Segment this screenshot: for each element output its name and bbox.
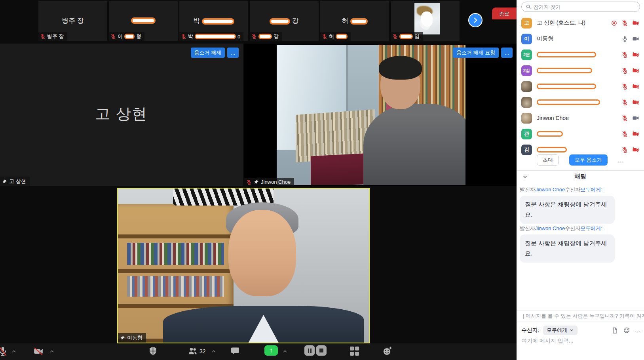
invite-button[interactable]: 초대 xyxy=(537,154,559,166)
filmstrip-tile[interactable]: 이 형 xyxy=(108,1,178,41)
audio-options-caret[interactable] xyxy=(11,349,17,354)
redaction-pill xyxy=(399,34,413,39)
participant-row[interactable] xyxy=(517,94,644,110)
chevron-right-icon xyxy=(472,17,479,24)
video-tile-host[interactable]: 고 상현 음소거 해제 ... 고 상현 xyxy=(0,44,243,186)
msg-sender[interactable]: Jinwon Choe xyxy=(535,187,565,192)
divider xyxy=(517,170,644,171)
pause-recording-button[interactable] xyxy=(304,345,315,356)
tile-center-name: 허 xyxy=(342,17,348,25)
mic-muted-icon xyxy=(621,99,628,106)
emoji-icon[interactable] xyxy=(623,327,630,334)
avatar: 이 xyxy=(521,34,532,44)
smiley-plus-icon xyxy=(382,346,392,356)
reactions-button[interactable] xyxy=(382,346,392,356)
camera-off-icon xyxy=(33,346,44,356)
tile-name-text: 형 xyxy=(136,33,141,40)
video-tile-jinwon[interactable]: 음소거 해제 요청 ... Jinwon Choe xyxy=(244,44,517,186)
redaction-pill xyxy=(195,34,236,39)
shield-icon xyxy=(148,346,158,356)
msg-from-label: 발신자 xyxy=(520,225,535,231)
notice-text: | 메시지를 볼 수 있는 사람은 누구입니까? 기록이 켜져 xyxy=(523,312,644,320)
mic-muted-icon xyxy=(621,115,628,122)
mute-button[interactable] xyxy=(0,346,8,356)
tile-center-name: 병주 장 xyxy=(38,16,107,25)
chevron-up-icon xyxy=(282,349,288,354)
unmute-button[interactable]: 음소거 해제 xyxy=(191,48,225,58)
tile-nameplate: 이 형 xyxy=(109,32,144,41)
chat-collapse-button[interactable] xyxy=(522,174,528,180)
end-meeting-button[interactable]: 종료 xyxy=(492,8,517,19)
redaction-pill xyxy=(258,34,272,39)
search-input[interactable] xyxy=(534,4,636,10)
participant-search[interactable] xyxy=(521,2,640,12)
camera-on-icon xyxy=(632,35,639,42)
participants-more-button[interactable]: ... xyxy=(618,157,624,164)
msg-sender[interactable]: Jinwon Choe xyxy=(535,225,565,231)
mic-muted-icon xyxy=(621,20,628,27)
composer-more-button[interactable]: ... xyxy=(635,327,641,333)
participants-button[interactable]: 32 xyxy=(188,346,206,356)
tile-name-text: 0 xyxy=(237,34,240,40)
filmstrip-tile[interactable]: 병주 장 병주 장 xyxy=(38,1,108,41)
tile-more-button[interactable]: ... xyxy=(501,48,513,58)
chat-recipient-row: 수신자: 모두에게 ... xyxy=(521,326,641,335)
camera-off-icon xyxy=(632,67,639,74)
participant-row[interactable]: 관 xyxy=(517,126,644,142)
chevron-down-icon xyxy=(522,174,528,180)
participant-row[interactable]: Jinwon Choe xyxy=(517,110,644,126)
participant-row[interactable]: 고 고 상현 (호스트, 나) xyxy=(517,15,644,31)
filmstrip-tile[interactable]: 임 xyxy=(390,1,460,41)
chat-button[interactable] xyxy=(230,346,240,356)
host-big-name: 고 상현 xyxy=(0,104,243,124)
stop-recording-button[interactable] xyxy=(316,345,327,356)
msg-recipient[interactable]: 모두에게: xyxy=(580,225,602,231)
mic-muted-icon xyxy=(392,34,398,39)
video-button[interactable] xyxy=(33,346,44,356)
participant-name: Jinwon Choe xyxy=(537,115,617,121)
mic-muted-icon xyxy=(110,34,116,39)
mic-muted-icon xyxy=(621,131,628,137)
redaction-pill xyxy=(537,52,596,57)
tile-more-button[interactable]: ... xyxy=(227,48,239,58)
participant-name: 이동형 xyxy=(537,35,617,42)
chevron-down-icon xyxy=(569,328,574,333)
share-options-caret[interactable] xyxy=(282,349,288,354)
camera-off-icon xyxy=(632,19,639,27)
recording-indicator-icon xyxy=(611,20,617,27)
chat-header: 채팅 xyxy=(517,173,644,181)
msg-text: 질문 사항은 채팅창에 남겨주세요. xyxy=(520,196,615,224)
redaction-pill xyxy=(537,68,592,73)
apps-button[interactable] xyxy=(350,347,359,356)
file-attach-icon[interactable] xyxy=(612,327,618,334)
video-tile-active-speaker[interactable]: 이동형 xyxy=(117,188,370,343)
filmstrip: 병주 장 병주 장 이 형 박 박 0 xyxy=(38,1,460,41)
request-unmute-button[interactable]: 음소거 해제 요청 xyxy=(453,48,499,58)
tile-nameplate: 병주 장 xyxy=(38,32,67,41)
mic-muted-icon xyxy=(0,346,8,356)
mute-all-button[interactable]: 모두 음소거 xyxy=(569,154,608,166)
share-screen-button[interactable]: ↑ xyxy=(264,345,278,356)
security-button[interactable] xyxy=(148,346,158,356)
msg-recipient[interactable]: 모두에게: xyxy=(580,187,602,192)
tile-nameplate: Jinwon Choe xyxy=(244,178,294,186)
pin-icon xyxy=(254,179,259,185)
pin-icon xyxy=(120,335,125,341)
filmstrip-tile[interactable]: 허 허 xyxy=(320,1,389,41)
recipient-dropdown[interactable]: 모두에게 xyxy=(543,326,578,335)
chat-input[interactable]: 여기에 메시지 입력... xyxy=(521,337,632,345)
msg-to-label: 수신자 xyxy=(565,225,580,231)
filmstrip-tile[interactable]: 박 박 0 xyxy=(179,1,249,41)
participants-caret[interactable] xyxy=(211,349,217,354)
mic-muted-icon xyxy=(621,83,628,90)
avatar xyxy=(521,97,532,108)
participant-row[interactable]: 2문 xyxy=(517,47,644,63)
chat-privacy-notice: | 메시지를 볼 수 있는 사람은 누구입니까? 기록이 켜져 xyxy=(517,310,644,322)
mic-muted-icon xyxy=(181,34,186,39)
filmstrip-tile[interactable]: 강 강 xyxy=(249,1,319,41)
participant-row[interactable] xyxy=(517,78,644,94)
participant-row[interactable]: 2김 xyxy=(517,63,644,78)
participant-row[interactable]: 이 이동형 xyxy=(517,31,644,47)
video-options-caret[interactable] xyxy=(49,349,55,354)
filmstrip-next-button[interactable] xyxy=(468,13,483,27)
